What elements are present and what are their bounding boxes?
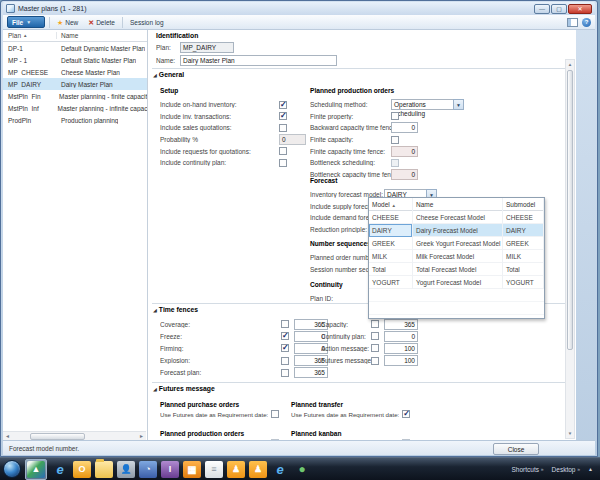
row-plan[interactable]: MP - 1 (3, 57, 57, 64)
row-name[interactable]: Production planning (57, 117, 118, 124)
shortcuts-toolbar[interactable]: Shortcuts » (512, 466, 544, 473)
finite-property-checkbox[interactable] (391, 112, 399, 120)
continuity-plan-field[interactable]: 0 (384, 331, 418, 342)
row-name[interactable]: Dairy Master Plan (57, 81, 113, 88)
general-section-header[interactable]: ◢ General (153, 71, 184, 78)
outlook-icon[interactable]: O (73, 461, 91, 478)
purchase-futures-date-checkbox[interactable] (271, 410, 279, 418)
name-field[interactable]: Dairy Master Plan (180, 55, 337, 66)
title-bar[interactable]: Master plans (1 - 281) — ▢ ✕ (3, 2, 595, 15)
minimize-button[interactable]: — (534, 4, 550, 14)
table-row[interactable]: MstPln_Fin Master planning - finite capa… (3, 90, 147, 102)
column-header-plan[interactable]: Plan ▲ (3, 32, 57, 39)
freeze-checkbox[interactable] (281, 332, 289, 340)
row-plan[interactable]: MP_DAIRY (3, 81, 57, 88)
row-name[interactable]: Default Dynamic Master Plan (57, 45, 145, 52)
list-item[interactable]: CHEESECheese Forecast ModelCHEESE (369, 211, 544, 224)
row-plan[interactable]: MstPln_Fin (3, 93, 55, 100)
futures-message-checkbox[interactable] (371, 357, 379, 365)
table-row[interactable]: ProdPln Production planning (3, 114, 147, 126)
futures-message-section-header[interactable]: ◢ Futures message (153, 385, 215, 392)
list-item[interactable]: YOGURTYogurt Forecast ModelYOGURT (369, 276, 544, 289)
new-button[interactable]: ★ New (54, 16, 81, 28)
horizontal-scrollbar[interactable]: ◄ ► (3, 431, 146, 440)
scroll-down-arrow[interactable]: ▼ (566, 429, 574, 438)
report-app-icon[interactable]: ◔ (139, 461, 157, 478)
scrollbar-thumb[interactable] (567, 70, 573, 350)
include-on-hand-inventory-checkbox[interactable] (279, 101, 287, 109)
action-message-checkbox[interactable] (371, 344, 379, 352)
column-header-name[interactable]: Name (57, 32, 78, 39)
row-plan[interactable]: DP-1 (3, 45, 57, 52)
infopath-icon[interactable]: I (161, 461, 179, 478)
internet-explorer-icon[interactable]: e (51, 461, 69, 478)
taskbar-expand-arrow[interactable]: ▲ (588, 466, 593, 472)
include-inv-transactions-checkbox[interactable] (279, 112, 287, 120)
dropdown-col-submodel[interactable]: Submodel (503, 198, 544, 211)
internet-explorer-icon-2[interactable]: e (271, 461, 289, 478)
scroll-right-arrow[interactable]: ► (137, 433, 146, 439)
row-name[interactable]: Master planning - finite capacity (55, 93, 147, 100)
users-icon[interactable]: 👤 (117, 461, 135, 478)
row-name[interactable]: Master planning - infinite capacity (53, 105, 147, 112)
people-app-icon-2[interactable]: ♟ (249, 461, 267, 478)
people-app-icon[interactable]: ♟ (227, 461, 245, 478)
green-app-icon[interactable]: ● (293, 461, 311, 478)
row-name[interactable]: Cheese Master Plan (57, 69, 120, 76)
dropdown-col-model[interactable]: Model ▲ (369, 198, 413, 211)
delete-button[interactable]: ✕ Delete (85, 16, 118, 28)
table-row[interactable]: MP - 1 Default Static Master Plan (3, 54, 147, 66)
list-item[interactable]: MILKMilk Forecast ModelMILK (369, 250, 544, 263)
grid-app-icon[interactable] (183, 461, 201, 478)
folder-icon[interactable] (95, 461, 113, 478)
table-row[interactable]: MstPln_Inf Master planning - infinite ca… (3, 102, 147, 114)
include-requests-for-quotations-checkbox[interactable] (279, 147, 287, 155)
action-message-field[interactable]: 100 (384, 343, 418, 354)
forecast-plan-checkbox[interactable] (281, 369, 289, 377)
desktop-toolbar[interactable]: Desktop » (552, 466, 580, 473)
help-icon[interactable]: ? (582, 18, 591, 27)
maximize-button[interactable]: ▢ (551, 4, 567, 14)
file-menu-button[interactable]: File ▼ (7, 16, 45, 28)
scheduling-method-combo[interactable]: Operations scheduling ▼ (391, 99, 464, 110)
scroll-left-arrow[interactable]: ◄ (3, 433, 12, 439)
row-plan[interactable]: MP_CHEESE (3, 69, 57, 76)
list-item[interactable]: TotalTotal Forecast ModelTotal (369, 263, 544, 276)
explosion-checkbox[interactable] (281, 357, 289, 365)
time-fences-section-header[interactable]: ◢ Time fences (153, 306, 198, 313)
plan-field[interactable]: MP_DAIRY (180, 42, 234, 53)
scrollbar-thumb[interactable] (30, 433, 85, 440)
capacity-field[interactable]: 365 (384, 319, 418, 330)
include-continuity-plan-checkbox[interactable] (279, 159, 287, 167)
layout-panes-icon[interactable] (567, 18, 578, 27)
futures-message-field[interactable]: 100 (384, 355, 418, 366)
chevron-down-icon[interactable]: ▼ (453, 99, 464, 110)
table-row-selected[interactable]: MP_DAIRY Dairy Master Plan (3, 78, 147, 90)
forecast-plan-field[interactable]: 365 (294, 367, 328, 378)
firming-checkbox[interactable] (281, 344, 289, 352)
close-button[interactable]: Close (493, 443, 539, 455)
transfer-futures-date-checkbox[interactable] (402, 410, 410, 418)
list-item[interactable]: GREEKGreek Yogurt Forecast ModelGREEK (369, 237, 544, 250)
table-row[interactable]: DP-1 Default Dynamic Master Plan (3, 42, 147, 54)
close-window-button[interactable]: ✕ (568, 4, 592, 14)
probability-field[interactable]: 0 (279, 134, 306, 145)
row-name[interactable]: Default Static Master Plan (57, 57, 136, 64)
coverage-checkbox[interactable] (281, 320, 289, 328)
start-button[interactable] (3, 460, 21, 478)
vertical-scrollbar[interactable]: ▲ ▼ (565, 59, 575, 439)
finite-capacity-checkbox[interactable] (391, 136, 399, 144)
table-row[interactable]: MP_CHEESE Cheese Master Plan (3, 66, 147, 78)
row-plan[interactable]: ProdPln (3, 117, 57, 124)
row-plan[interactable]: MstPln_Inf (3, 105, 53, 112)
include-sales-quotations-checkbox[interactable] (279, 124, 287, 132)
document-icon[interactable]: ≡ (205, 461, 223, 478)
scroll-up-arrow[interactable]: ▲ (566, 60, 574, 69)
capacity-checkbox[interactable] (371, 320, 379, 328)
session-log-button[interactable]: Session log (127, 16, 167, 28)
backward-capacity-time-fence-field[interactable]: 0 (391, 122, 418, 133)
grid-header-row[interactable]: Plan ▲ Name (3, 30, 147, 42)
taskbar-item-dynamics-ax[interactable]: ▲ (25, 459, 47, 480)
list-item-selected[interactable]: DAIRYDairy Forecast ModelDAIRY (369, 224, 544, 237)
dropdown-col-name[interactable]: Name (413, 198, 503, 211)
